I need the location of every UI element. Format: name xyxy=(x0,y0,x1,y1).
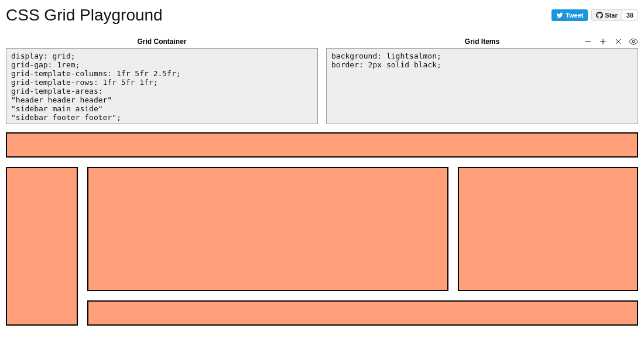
tweet-button[interactable]: Tweet xyxy=(551,9,588,21)
grid-items-label: Grid Items xyxy=(465,37,499,46)
twitter-icon xyxy=(556,12,563,19)
tweet-button-label: Tweet xyxy=(566,12,583,19)
toggle-visibility-button[interactable] xyxy=(629,37,638,46)
add-item-button[interactable] xyxy=(598,37,608,46)
star-button-label: Star xyxy=(605,12,617,19)
grid-container-code-input[interactable] xyxy=(6,48,318,124)
grid-cell-aside xyxy=(458,167,638,292)
remove-item-button[interactable] xyxy=(583,37,592,46)
grid-items-code-input[interactable] xyxy=(326,48,638,124)
grid-preview xyxy=(6,132,638,326)
grid-cell-main xyxy=(87,167,448,292)
grid-cell-footer xyxy=(87,300,638,326)
grid-container-label: Grid Container xyxy=(137,37,186,46)
grid-cell-sidebar xyxy=(6,167,78,326)
close-item-button[interactable] xyxy=(614,37,623,46)
star-count[interactable]: 38 xyxy=(622,9,638,21)
close-icon xyxy=(614,37,623,46)
minus-icon xyxy=(583,37,592,46)
grid-cell-header xyxy=(6,132,638,158)
svg-point-5 xyxy=(632,40,635,43)
github-icon xyxy=(596,12,603,19)
github-star-button[interactable]: Star xyxy=(591,9,622,21)
plus-icon xyxy=(598,37,608,46)
page-title: CSS Grid Playground xyxy=(6,6,163,25)
eye-icon xyxy=(629,37,638,46)
